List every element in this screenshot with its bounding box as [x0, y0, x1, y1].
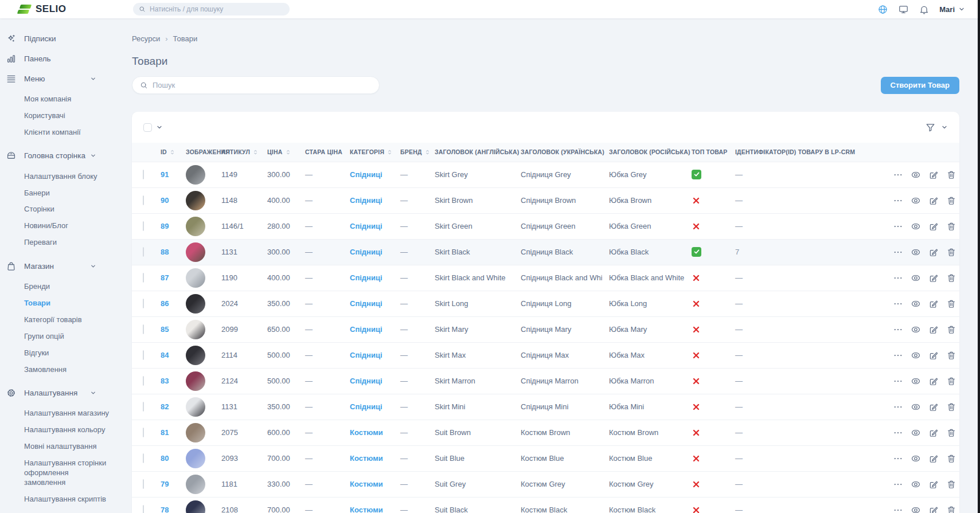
- edit-icon[interactable]: [928, 299, 939, 309]
- column-header[interactable]: ТОП ТОВАР: [685, 143, 728, 162]
- table-row[interactable]: 83 2124 500.00 — Спідниці — Skirt Marron…: [132, 368, 959, 394]
- sidebar-item[interactable]: Сторінки: [24, 201, 111, 218]
- product-image[interactable]: [186, 346, 205, 365]
- edit-icon[interactable]: [928, 453, 939, 464]
- sidebar-item[interactable]: Налаштування сторінки оформлення замовле…: [24, 455, 111, 491]
- view-eye-icon[interactable]: [911, 221, 921, 232]
- filter-button[interactable]: [925, 122, 948, 133]
- view-eye-icon[interactable]: [911, 299, 921, 309]
- view-eye-icon[interactable]: [911, 453, 921, 464]
- global-search[interactable]: [133, 3, 290, 15]
- product-image[interactable]: [186, 294, 205, 314]
- sidebar-item[interactable]: Мовні налаштування: [24, 438, 111, 455]
- category-link[interactable]: Спідниці: [350, 377, 382, 385]
- product-id-link[interactable]: 90: [161, 196, 169, 205]
- more-actions-icon[interactable]: [893, 505, 903, 513]
- row-checkbox[interactable]: [143, 195, 144, 205]
- table-row[interactable]: 84 2114 500.00 — Спідниці — Skirt Max Сп…: [132, 342, 959, 368]
- edit-icon[interactable]: [928, 479, 939, 489]
- category-link[interactable]: Костюми: [350, 454, 383, 463]
- more-actions-icon[interactable]: [893, 428, 903, 438]
- sidebar-item[interactable]: Користувачі: [24, 108, 111, 124]
- sort-icon[interactable]: [386, 149, 393, 155]
- view-eye-icon[interactable]: [911, 324, 921, 335]
- category-link[interactable]: Спідниці: [350, 196, 382, 205]
- product-id-link[interactable]: 78: [161, 506, 169, 513]
- more-actions-icon[interactable]: [893, 350, 903, 361]
- row-checkbox[interactable]: [143, 299, 144, 308]
- product-id-link[interactable]: 83: [161, 377, 169, 385]
- sidebar-section[interactable]: Панель: [6, 51, 99, 66]
- delete-trash-icon[interactable]: [946, 170, 956, 180]
- row-checkbox[interactable]: [143, 221, 144, 231]
- category-link[interactable]: Спідниці: [350, 402, 382, 411]
- breadcrumb-item[interactable]: Товари: [173, 34, 198, 43]
- bulk-select-chevron-icon[interactable]: [156, 124, 163, 131]
- sidebar-section[interactable]: Підписки: [6, 31, 99, 46]
- product-id-link[interactable]: 88: [161, 248, 169, 256]
- product-image[interactable]: [186, 423, 205, 442]
- edit-icon[interactable]: [928, 247, 939, 257]
- column-header[interactable]: ID: [154, 143, 179, 162]
- sidebar-item[interactable]: Налаштування кольору: [24, 422, 111, 438]
- delete-trash-icon[interactable]: [946, 247, 956, 257]
- more-actions-icon[interactable]: [893, 479, 903, 489]
- edit-icon[interactable]: [928, 221, 939, 232]
- table-row[interactable]: 78 2108 700.00 — Костюми — Suit Black Ко…: [132, 497, 959, 513]
- delete-trash-icon[interactable]: [946, 505, 956, 513]
- delete-trash-icon[interactable]: [946, 376, 956, 386]
- more-actions-icon[interactable]: [893, 453, 903, 464]
- product-id-link[interactable]: 81: [161, 428, 169, 437]
- sort-icon[interactable]: [169, 149, 175, 155]
- view-eye-icon[interactable]: [911, 428, 921, 438]
- row-checkbox[interactable]: [143, 247, 144, 257]
- table-row[interactable]: 90 1148 400.00 — Спідниці — Skirt Brown …: [132, 187, 959, 213]
- column-header[interactable]: ЗАГОЛОВОК (РОСІЙСЬКА): [602, 143, 685, 162]
- monitor-icon[interactable]: [898, 4, 909, 15]
- product-image[interactable]: [186, 242, 205, 262]
- sidebar-item[interactable]: Клієнти компанії: [24, 124, 111, 141]
- product-image[interactable]: [186, 397, 205, 417]
- more-actions-icon[interactable]: [893, 299, 903, 309]
- sidebar-section[interactable]: Магазин: [6, 259, 99, 273]
- table-search[interactable]: [132, 76, 380, 94]
- more-actions-icon[interactable]: [893, 402, 903, 412]
- column-header[interactable]: ЗАГОЛОВОК (АНГЛІЙСЬКА): [428, 143, 514, 162]
- category-link[interactable]: Спідниці: [350, 351, 382, 359]
- category-link[interactable]: Костюми: [350, 428, 383, 437]
- category-link[interactable]: Спідниці: [350, 222, 382, 230]
- row-checkbox[interactable]: [143, 273, 144, 283]
- product-id-link[interactable]: 80: [161, 454, 169, 463]
- delete-trash-icon[interactable]: [946, 324, 956, 335]
- delete-trash-icon[interactable]: [946, 195, 956, 206]
- row-checkbox[interactable]: [143, 428, 144, 437]
- view-eye-icon[interactable]: [911, 247, 921, 257]
- table-row[interactable]: 87 1190 400.00 — Спідниці — Skirt Black …: [132, 265, 959, 291]
- product-image[interactable]: [186, 449, 205, 468]
- table-row[interactable]: 89 1146/1 280.00 — Спідниці — Skirt Gree…: [132, 213, 959, 239]
- edit-icon[interactable]: [928, 428, 939, 438]
- more-actions-icon[interactable]: [893, 170, 903, 180]
- sidebar-item[interactable]: Банери: [24, 185, 111, 202]
- sort-icon[interactable]: [285, 149, 291, 155]
- app-logo[interactable]: SELIO: [17, 3, 67, 15]
- category-link[interactable]: Костюми: [350, 480, 383, 488]
- sidebar-item[interactable]: Переваги: [24, 234, 111, 251]
- breadcrumb-item[interactable]: Ресурси: [132, 34, 160, 43]
- table-row[interactable]: 85 2099 650.00 — Спідниці — Skirt Mary С…: [132, 316, 959, 342]
- sidebar-item[interactable]: Відгуки: [24, 345, 111, 362]
- product-image[interactable]: [186, 320, 205, 339]
- product-id-link[interactable]: 86: [161, 299, 169, 308]
- product-image[interactable]: [186, 475, 205, 494]
- view-eye-icon[interactable]: [911, 402, 921, 412]
- delete-trash-icon[interactable]: [946, 350, 956, 361]
- column-header[interactable]: ЗОБРАЖЕННЯ: [179, 143, 214, 162]
- edit-icon[interactable]: [928, 324, 939, 335]
- column-header[interactable]: ЦІНА: [260, 143, 298, 162]
- delete-trash-icon[interactable]: [946, 402, 956, 412]
- column-header[interactable]: ІДЕНТИФІКАТОР(ID) ТОВАРУ В LP-CRM: [728, 143, 886, 162]
- product-id-link[interactable]: 84: [161, 351, 169, 359]
- category-link[interactable]: Костюми: [350, 506, 383, 513]
- view-eye-icon[interactable]: [911, 505, 921, 513]
- table-row[interactable]: 86 2024 350.00 — Спідниці — Skirt Long С…: [132, 291, 959, 316]
